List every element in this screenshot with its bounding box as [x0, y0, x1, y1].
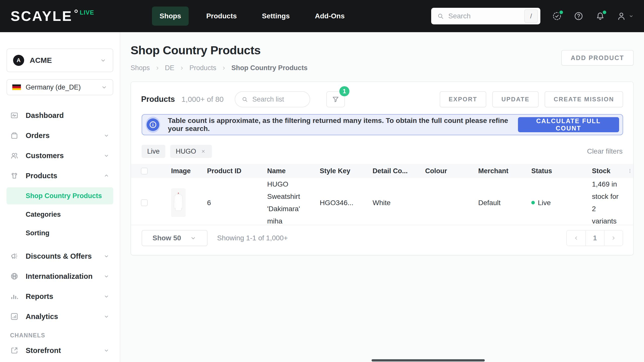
page-title: Shop Country Products	[131, 43, 634, 57]
chevron-down-icon	[103, 293, 110, 300]
dashboard-icon	[10, 111, 19, 120]
tasks-progress-icon[interactable]	[551, 11, 562, 22]
sidebar-item-products[interactable]: Products	[7, 166, 113, 186]
breadcrumb: Shops DE Products Shop Country Products	[131, 64, 634, 72]
nav-item-addons[interactable]: Add-Ons	[307, 7, 352, 26]
column-header-merchant: Merchant	[478, 167, 531, 175]
cell-status: Live	[531, 197, 592, 209]
create-mission-button[interactable]: CREATE MISSION	[545, 91, 623, 107]
products-icon	[10, 171, 19, 180]
column-header-style-key: Style Key	[320, 167, 373, 175]
global-search[interactable]: /	[431, 8, 540, 24]
cell-name: HUGO Sweatshirt 'Dakimara' miha	[267, 178, 320, 227]
help-icon[interactable]	[573, 11, 584, 22]
column-settings-kebab-icon[interactable]	[627, 167, 633, 175]
org-selector[interactable]: A ACME	[7, 49, 113, 72]
brand-wordmark: SCAYLE	[11, 9, 72, 23]
next-page-button[interactable]	[604, 231, 623, 246]
chevron-down-icon	[103, 132, 110, 139]
customers-icon	[10, 151, 19, 160]
column-header-status: Status	[531, 167, 592, 175]
shop-country-selector[interactable]: Germany (de_DE)	[7, 79, 113, 95]
tasks-status-dot	[558, 10, 564, 15]
topnav-right: /	[431, 8, 634, 24]
calculate-full-count-button[interactable]: CALCULATE FULL COUNT	[518, 117, 619, 132]
channels-section-label: CHANNELS	[7, 332, 113, 339]
approximate-count-banner: Table count is approximate, as the filte…	[142, 114, 623, 135]
germany-flag-icon	[12, 84, 21, 90]
org-avatar: A	[13, 55, 24, 66]
bar-chart-icon	[10, 292, 19, 301]
remove-filter-icon[interactable]	[200, 148, 206, 154]
update-button[interactable]: UPDATE	[492, 91, 539, 107]
previous-page-button[interactable]	[567, 231, 585, 246]
sidebar-item-orders[interactable]: Orders	[7, 125, 113, 146]
scayle-logo[interactable]: SCAYLE LIVE	[11, 9, 94, 23]
chevron-down-icon	[103, 152, 110, 159]
page-size-select[interactable]: Show 50	[142, 230, 208, 246]
sidebar-item-dashboard[interactable]: Dashboard	[7, 105, 113, 125]
list-search-input[interactable]	[252, 95, 300, 104]
app-root: SCAYLE LIVE Shops Products Settings Add-…	[0, 0, 644, 362]
environment-badge: LIVE	[80, 9, 94, 16]
sidebar-item-discounts-offers[interactable]: Discounts & Offers	[7, 246, 113, 266]
sidebar-item-shop-country-products[interactable]: Shop Country Products	[7, 187, 113, 204]
export-button[interactable]: EXPORT	[440, 91, 487, 107]
cell-merchant: Default	[478, 197, 531, 209]
account-menu[interactable]	[616, 11, 634, 21]
nav-item-shops[interactable]: Shops	[152, 7, 189, 26]
chevron-left-icon	[573, 235, 579, 241]
global-search-input[interactable]	[448, 12, 516, 20]
sidebar-item-storefront[interactable]: Storefront	[7, 340, 113, 360]
table-footer: Show 50 Showing 1-1 of 1,000+ 1	[142, 230, 623, 255]
cell-stock: 1,469 in stock for 2 variants	[592, 178, 627, 227]
filter-chip-live[interactable]: Live	[142, 145, 165, 158]
org-name: ACME	[30, 56, 52, 65]
table-row[interactable]: 6 HUGO Sweatshirt 'Dakimara' miha HGO346…	[131, 178, 633, 225]
sidebar-item-customers[interactable]: Customers	[7, 146, 113, 166]
status-live-dot	[531, 201, 535, 204]
row-checkbox[interactable]	[141, 199, 148, 206]
nav-item-products[interactable]: Products	[199, 7, 244, 26]
sidebar-menu: Dashboard Orders Customers Products Shop…	[7, 105, 113, 360]
sidebar-item-sorting[interactable]: Sorting	[7, 224, 113, 242]
list-search[interactable]	[235, 91, 310, 107]
chevron-down-icon	[103, 273, 110, 280]
breadcrumb-de[interactable]: DE	[165, 64, 175, 72]
breadcrumb-shops[interactable]: Shops	[131, 64, 150, 72]
clear-filters-link[interactable]: Clear filters	[587, 147, 623, 155]
nav-item-settings[interactable]: Settings	[254, 7, 297, 26]
add-product-button[interactable]: ADD PRODUCT	[561, 50, 634, 66]
info-icon	[147, 118, 159, 131]
panel-count: 1,000+ of 80	[181, 95, 224, 104]
filter-funnel-icon	[332, 95, 340, 103]
active-filters-row: Live HUGO Clear filters	[142, 145, 623, 158]
status-label: Live	[538, 197, 551, 209]
top-nav-items: Shops Products Settings Add-Ons	[152, 7, 352, 26]
filter-chip-hugo[interactable]: HUGO	[170, 145, 212, 158]
analytics-icon	[10, 312, 19, 321]
sidebar-item-internationalization[interactable]: Internationalization	[7, 266, 113, 286]
column-header-image: Image	[171, 167, 207, 175]
horizontal-scrollbar-thumb[interactable]	[372, 359, 485, 361]
chevron-down-icon	[103, 313, 110, 320]
sweatshirt-image	[171, 188, 186, 217]
pagination: 1	[566, 230, 623, 246]
sidebar-item-categories[interactable]: Categories	[7, 206, 113, 223]
table-header-row: Image Product ID Name Style Key Detail C…	[131, 164, 633, 178]
current-page-button[interactable]: 1	[585, 231, 604, 246]
storefront-icon	[10, 346, 19, 355]
user-icon	[616, 11, 626, 21]
breadcrumb-products[interactable]: Products	[189, 64, 216, 72]
chevron-right-icon	[221, 65, 227, 71]
chevron-down-icon	[101, 84, 108, 91]
chevron-right-icon	[154, 65, 160, 71]
sidebar-item-reports[interactable]: Reports	[7, 286, 113, 306]
chevron-up-icon	[103, 172, 110, 179]
filter-button[interactable]: 1	[326, 91, 345, 107]
select-all-checkbox[interactable]	[141, 168, 148, 174]
column-header-colour: Colour	[425, 167, 478, 175]
sidebar-item-analytics[interactable]: Analytics	[7, 306, 113, 327]
notifications-bell-icon[interactable]	[595, 11, 606, 22]
shop-country-label: Germany (de_DE)	[26, 83, 81, 91]
